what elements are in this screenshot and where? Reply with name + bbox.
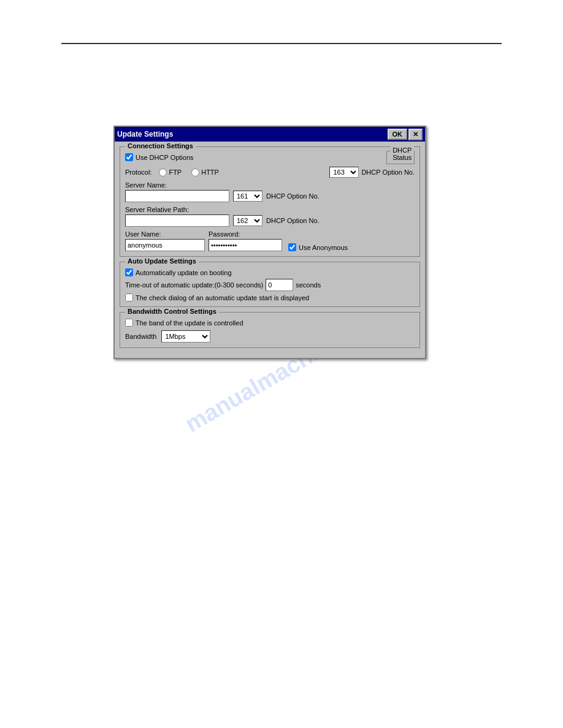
user-name-group: User Name: — [125, 230, 205, 251]
user-name-input[interactable] — [125, 239, 205, 251]
check-dialog-checkbox[interactable] — [125, 294, 133, 301]
title-bar-buttons: OK ✕ — [388, 129, 423, 140]
protocol-dhcp-right: 163 DHCP Option No. — [329, 167, 415, 178]
update-settings-dialog: Update Settings OK ✕ Connection Settings… — [113, 126, 426, 359]
protocol-left: Protocol: FTP HTTP — [125, 169, 329, 176]
ftp-radio[interactable] — [159, 169, 167, 176]
check-dialog-label: The check dialog of an automatic update … — [136, 294, 309, 301]
auto-update-title: Auto Update Settings — [125, 257, 199, 265]
close-button[interactable]: ✕ — [408, 129, 423, 140]
page: manualmachine.com Update Settings OK ✕ C… — [0, 0, 563, 728]
dhcp-option-161-label: DHCP Option No. — [266, 192, 320, 200]
top-divider — [61, 43, 502, 44]
protocol-line: Protocol: FTP HTTP — [125, 167, 415, 178]
bandwidth-select-row: Bandwidth 1Mbps 2Mbps 5Mbps 10Mbps — [125, 330, 415, 343]
server-name-input[interactable] — [125, 190, 229, 202]
band-controlled-label: The band of the update is controlled — [136, 319, 243, 327]
user-pwd-row: User Name: Password: Use Anonymous — [125, 230, 415, 251]
dialog-body: Connection Settings Use DHCP Options DHC… — [115, 142, 425, 358]
password-label: Password: — [209, 230, 282, 238]
http-label: HTTP — [201, 169, 219, 176]
dhcp-option-163-select[interactable]: 163 — [329, 167, 359, 178]
title-bar: Update Settings OK ✕ — [115, 127, 425, 142]
check-dialog-row: The check dialog of an automatic update … — [125, 294, 415, 301]
use-dhcp-label: Use DHCP Options — [136, 154, 194, 161]
use-anonymous-label: Use Anonymous — [299, 244, 348, 251]
connection-settings-group: Connection Settings Use DHCP Options DHC… — [120, 146, 420, 257]
auto-update-label: Automatically update on booting — [136, 269, 232, 276]
use-anonymous-group: Use Anonymous — [288, 243, 348, 251]
band-controlled-checkbox[interactable] — [125, 319, 133, 327]
auto-update-checkbox-row: Automatically update on booting — [125, 268, 415, 276]
bandwidth-label: Bandwidth — [125, 333, 156, 340]
server-name-input-row: 161 DHCP Option No. — [125, 190, 415, 202]
protocol-label: Protocol: — [125, 169, 151, 176]
server-path-input-row: 162 DHCP Option No. — [125, 214, 415, 227]
bandwidth-select[interactable]: 1Mbps 2Mbps 5Mbps 10Mbps — [161, 330, 210, 343]
server-path-field: Server Relative Path: 162 DHCP Option No… — [125, 206, 415, 227]
use-anonymous-checkbox[interactable] — [288, 243, 296, 251]
auto-update-settings-group: Auto Update Settings Automatically updat… — [120, 262, 420, 307]
server-path-input[interactable] — [125, 214, 229, 227]
bandwidth-control-group: Bandwidth Control Settings The band of t… — [120, 312, 420, 348]
timeout-row: Time-out of automatic update:(0-300 seco… — [125, 279, 415, 291]
http-radio[interactable] — [191, 169, 199, 176]
use-dhcp-row: Use DHCP Options — [125, 153, 194, 161]
user-name-label: User Name: — [125, 230, 205, 238]
timeout-suffix: seconds — [296, 281, 321, 289]
ftp-label: FTP — [169, 169, 182, 176]
top-connection-row: Use DHCP Options DHCP Status ON — [125, 151, 415, 164]
bandwidth-controlled-row: The band of the update is controlled — [125, 319, 415, 327]
use-dhcp-checkbox[interactable] — [125, 153, 133, 161]
password-group: Password: — [209, 230, 282, 251]
timeout-input[interactable] — [266, 279, 293, 291]
auto-update-checkbox[interactable] — [125, 268, 133, 276]
dhcp-option-163-label: DHCP Option No. — [361, 169, 415, 176]
server-path-label: Server Relative Path: — [125, 206, 415, 213]
dialog-title: Update Settings — [117, 130, 173, 138]
server-name-field: Server Name: 161 DHCP Option No. — [125, 181, 415, 202]
ftp-radio-item: FTP — [159, 169, 182, 176]
connection-settings-title: Connection Settings — [125, 142, 196, 150]
server-name-label: Server Name: — [125, 181, 415, 189]
ok-button[interactable]: OK — [388, 129, 408, 140]
dhcp-option-162-label: DHCP Option No. — [266, 217, 320, 224]
protocol-radio-group: FTP HTTP — [159, 169, 219, 176]
http-radio-item: HTTP — [191, 169, 219, 176]
dhcp-status-group: DHCP Status ON — [386, 151, 415, 164]
password-input[interactable] — [209, 239, 282, 251]
dhcp-status-title: DHCP Status — [391, 146, 415, 161]
timeout-label: Time-out of automatic update:(0-300 seco… — [125, 281, 263, 289]
bandwidth-control-title: Bandwidth Control Settings — [125, 308, 219, 315]
dhcp-option-162-select[interactable]: 162 — [233, 215, 262, 226]
dhcp-option-161-select[interactable]: 161 — [233, 191, 262, 202]
